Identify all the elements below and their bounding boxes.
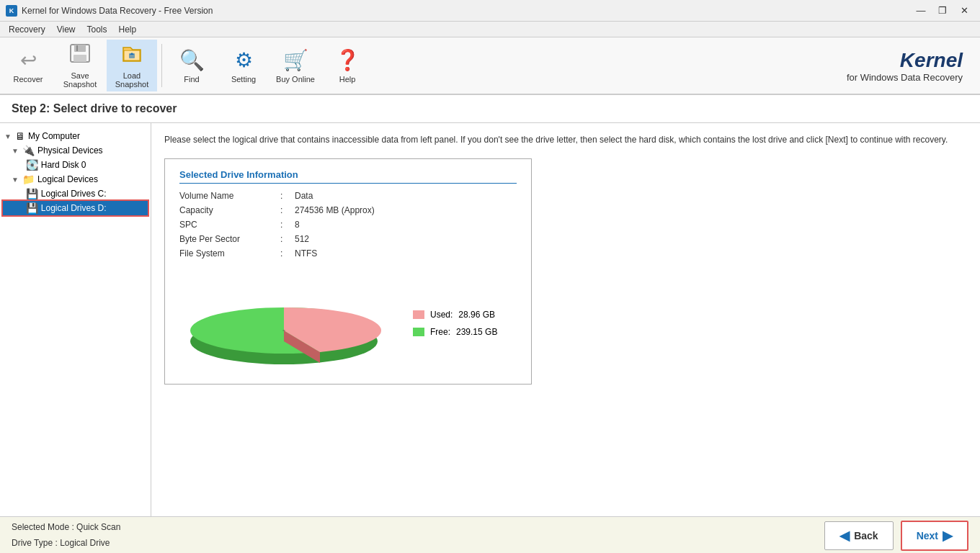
svg-point-8 xyxy=(282,330,285,331)
pie-chart xyxy=(179,273,396,374)
back-label: Back xyxy=(854,530,878,541)
capacity-colon: : xyxy=(280,205,295,215)
back-button[interactable]: ◀ Back xyxy=(824,521,893,550)
volume-name-colon: : xyxy=(280,191,295,201)
toolbar-sep-1 xyxy=(161,44,162,87)
close-button[interactable]: ✕ xyxy=(954,3,974,19)
selected-mode-row: Selected Mode : Quick Scan xyxy=(12,520,120,536)
capacity-value: 274536 MB (Approx) xyxy=(295,205,375,215)
menu-recovery[interactable]: Recovery xyxy=(3,23,51,36)
drive-info-title: Selected Drive Information xyxy=(179,169,517,184)
bps-label: Byte Per Sector xyxy=(179,234,280,244)
info-row-capacity: Capacity : 274536 MB (Approx) xyxy=(179,205,517,215)
toolbar-buy-online[interactable]: 🛒 Buy Online xyxy=(270,40,321,91)
drive-type-value: Logical Drive xyxy=(60,538,110,548)
menu-help[interactable]: Help xyxy=(113,23,143,36)
my-computer-icon: 🖥 xyxy=(15,130,25,142)
toolbar-load-snapshot[interactable]: Load Snapshot xyxy=(107,40,157,91)
save-snapshot-label: Save Snapshot xyxy=(58,71,102,89)
logical-drives-d-label: Logical Drives D: xyxy=(41,203,107,213)
physical-devices-icon: 🔌 xyxy=(22,145,35,156)
spc-value: 8 xyxy=(295,220,300,230)
physical-devices-label: Physical Devices xyxy=(37,145,103,156)
next-button[interactable]: Next ▶ xyxy=(901,521,968,551)
logo-area: Kernel for Windows Data Recovery xyxy=(847,49,977,83)
find-icon: 🔍 xyxy=(179,48,205,72)
expand-icon-hard-disk xyxy=(20,161,22,169)
logical-devices-icon: 📁 xyxy=(22,174,35,185)
statusbar-left: Selected Mode : Quick Scan Drive Type : … xyxy=(12,520,120,551)
help-label: Help xyxy=(339,75,356,84)
description-text: Please select the logical drive that con… xyxy=(164,133,967,147)
titlebar-controls: — ❐ ✕ xyxy=(911,3,974,19)
toolbar: ↩ Recover Save Snapshot Load Snapshot 🔍 … xyxy=(0,37,980,95)
tree-item-logical-devices[interactable]: ▼ 📁 Logical Devices xyxy=(3,172,148,186)
svg-rect-3 xyxy=(76,45,78,51)
tree-item-my-computer[interactable]: ▼ 🖥 My Computer xyxy=(3,129,148,143)
chart-area: Used: 28.96 GB Free: 239.15 GB xyxy=(179,273,517,374)
drive-type-label: Drive Type xyxy=(12,538,53,548)
info-row-volume: Volume Name : Data xyxy=(179,191,517,201)
main-content: ▼ 🖥 My Computer ▼ 🔌 Physical Devices 💽 H… xyxy=(0,123,980,516)
legend-used: Used: 28.96 GB xyxy=(413,310,497,320)
load-snapshot-icon xyxy=(121,43,143,68)
spc-colon: : xyxy=(280,220,295,230)
toolbar-find[interactable]: 🔍 Find xyxy=(166,40,217,91)
restore-button[interactable]: ❐ xyxy=(932,3,953,19)
recover-label: Recover xyxy=(14,75,43,84)
svg-rect-1 xyxy=(74,45,86,52)
buy-online-label: Buy Online xyxy=(276,75,315,84)
tree-panel: ▼ 🖥 My Computer ▼ 🔌 Physical Devices 💽 H… xyxy=(0,123,151,516)
toolbar-save-snapshot[interactable]: Save Snapshot xyxy=(55,40,105,91)
legend-used-label: Used: xyxy=(430,310,453,320)
legend-free-label: Free: xyxy=(430,327,450,337)
toolbar-setting[interactable]: ⚙ Setting xyxy=(218,40,269,91)
bps-value: 512 xyxy=(295,234,309,244)
fs-label: File System xyxy=(179,248,280,258)
tree-item-logical-drives-c[interactable]: 💾 Logical Drives C: xyxy=(3,186,148,201)
titlebar-left: K Kernel for Windows Data Recovery - Fre… xyxy=(6,5,213,17)
info-row-byte-per-sector: Byte Per Sector : 512 xyxy=(179,234,517,244)
logical-drives-c-label: Logical Drives C: xyxy=(41,189,107,199)
volume-name-value: Data xyxy=(295,191,313,201)
fs-colon: : xyxy=(280,248,295,258)
buy-online-icon: 🛒 xyxy=(283,48,308,72)
selected-mode-value: Quick Scan xyxy=(76,522,120,532)
menu-tools[interactable]: Tools xyxy=(81,23,112,36)
drives-d-icon: 💾 xyxy=(26,202,38,214)
step-header: Step 2: Select drive to recover xyxy=(0,95,980,123)
tree-item-hard-disk-0[interactable]: 💽 Hard Disk 0 xyxy=(3,158,148,172)
toolbar-help[interactable]: ❓ Help xyxy=(322,40,373,91)
back-icon: ◀ xyxy=(839,528,850,544)
setting-label: Setting xyxy=(231,75,256,84)
svg-rect-2 xyxy=(74,55,86,62)
expand-icon-drives-c xyxy=(20,190,22,198)
app-icon: K xyxy=(6,5,17,17)
capacity-label: Capacity xyxy=(179,205,280,215)
logo-sub: for Windows Data Recovery xyxy=(847,72,963,83)
selected-mode-label: Selected Mode xyxy=(12,522,69,532)
volume-name-label: Volume Name xyxy=(179,191,280,201)
tree-item-logical-drives-d[interactable]: 💾 Logical Drives D: xyxy=(3,201,148,215)
toolbar-recover[interactable]: ↩ Recover xyxy=(3,40,53,91)
hard-disk-icon: 💽 xyxy=(26,159,38,171)
legend-free-color xyxy=(413,328,424,336)
statusbar: Selected Mode : Quick Scan Drive Type : … xyxy=(0,516,980,553)
load-snapshot-label: Load Snapshot xyxy=(110,71,154,89)
menu-view[interactable]: View xyxy=(51,23,81,36)
minimize-button[interactable]: — xyxy=(911,3,931,19)
legend-free-value: 239.15 GB xyxy=(456,327,497,337)
fs-value: NTFS xyxy=(295,248,317,258)
statusbar-right: ◀ Back Next ▶ xyxy=(824,521,968,551)
app-title: Kernel for Windows Data Recovery - Free … xyxy=(22,6,213,16)
tree-item-physical-devices[interactable]: ▼ 🔌 Physical Devices xyxy=(3,143,148,158)
next-label: Next xyxy=(917,530,938,541)
help-icon: ❓ xyxy=(335,48,360,72)
logical-devices-label: Logical Devices xyxy=(37,174,98,184)
logo-kernel: Kernel xyxy=(847,49,963,72)
find-label: Find xyxy=(184,75,199,84)
menubar: Recovery View Tools Help xyxy=(0,22,980,37)
save-snapshot-icon xyxy=(69,43,91,68)
bps-colon: : xyxy=(280,234,295,244)
right-panel: Please select the logical drive that con… xyxy=(151,123,980,516)
